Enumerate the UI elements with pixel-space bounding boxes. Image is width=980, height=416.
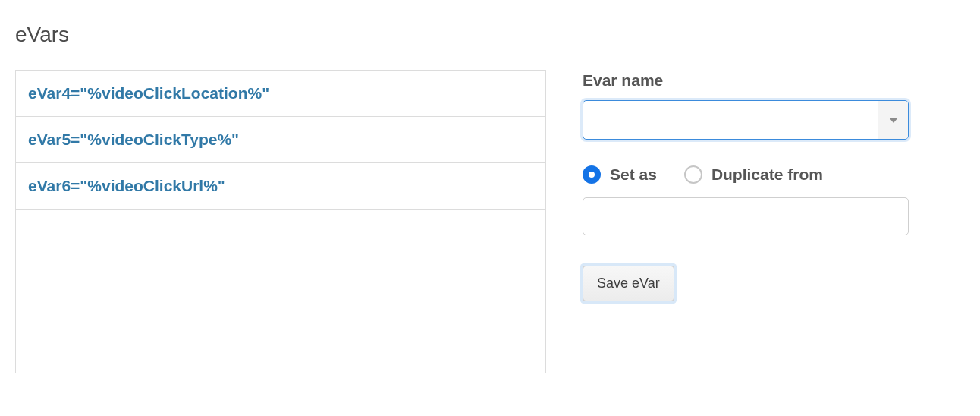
chevron-down-icon bbox=[889, 118, 898, 123]
evar-row[interactable]: eVar4="%videoClickLocation%" bbox=[16, 71, 545, 117]
dropdown-handle[interactable] bbox=[878, 101, 908, 139]
radio-duplicate-from-label: Duplicate from bbox=[711, 165, 823, 184]
radio-indicator-selected-icon bbox=[583, 165, 601, 184]
section-title: eVars bbox=[15, 23, 965, 47]
evar-name-label: Evar name bbox=[583, 71, 909, 90]
evar-value-input[interactable] bbox=[583, 197, 909, 235]
save-evar-button[interactable]: Save eVar bbox=[583, 266, 674, 301]
evar-list: eVar4="%videoClickLocation%" eVar5="%vid… bbox=[15, 70, 546, 373]
evar-row[interactable]: eVar6="%videoClickUrl%" bbox=[16, 163, 545, 210]
radio-group: Set as Duplicate from bbox=[583, 165, 909, 184]
dropdown-value bbox=[583, 101, 878, 139]
evar-row[interactable]: eVar5="%videoClickType%" bbox=[16, 117, 545, 163]
radio-indicator-unselected-icon bbox=[684, 165, 702, 184]
radio-duplicate-from[interactable]: Duplicate from bbox=[684, 165, 823, 184]
radio-set-as-label: Set as bbox=[610, 165, 657, 184]
evar-name-dropdown[interactable] bbox=[583, 100, 909, 140]
radio-set-as[interactable]: Set as bbox=[583, 165, 657, 184]
